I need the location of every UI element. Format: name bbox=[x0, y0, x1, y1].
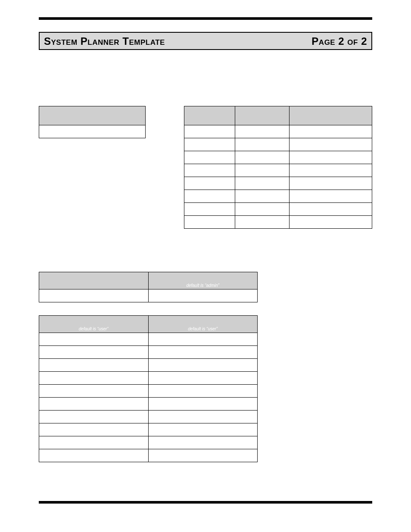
right-table bbox=[184, 106, 372, 229]
page-number: Page 2 of 2 bbox=[311, 35, 367, 47]
admin-table: default is “admin” bbox=[39, 272, 258, 302]
table-row bbox=[184, 216, 372, 229]
table-row bbox=[184, 138, 372, 151]
table-row bbox=[39, 289, 258, 302]
admin-header-1 bbox=[39, 272, 149, 289]
table-row bbox=[39, 398, 258, 411]
user-header-2-hint: default is “user” bbox=[149, 317, 258, 331]
table-row bbox=[39, 333, 258, 346]
user-table-container: default is “user” default is “user” bbox=[39, 315, 258, 462]
table-row bbox=[39, 372, 258, 385]
table-row bbox=[184, 164, 372, 177]
admin-table-container: default is “admin” bbox=[39, 272, 258, 302]
right-table-header-3 bbox=[290, 106, 372, 125]
user-header-1: default is “user” bbox=[39, 316, 149, 333]
user-table: default is “user” default is “user” bbox=[39, 315, 258, 462]
table-row bbox=[39, 411, 258, 423]
right-table-header-2 bbox=[235, 106, 289, 125]
table-row bbox=[39, 385, 258, 398]
table-row bbox=[184, 203, 372, 216]
table-row bbox=[184, 151, 372, 164]
small-table-container bbox=[39, 106, 146, 229]
user-header-1-hint: default is “user” bbox=[39, 317, 148, 331]
document-title: System Planner Template bbox=[44, 35, 165, 47]
table-row bbox=[39, 436, 258, 449]
table-row bbox=[39, 346, 258, 359]
table-row bbox=[184, 190, 372, 203]
table-row bbox=[184, 177, 372, 190]
small-table bbox=[39, 106, 146, 138]
admin-header-2-hint: default is “admin” bbox=[149, 274, 258, 288]
title-bar: System Planner Template Page 2 of 2 bbox=[39, 32, 372, 50]
small-table-header bbox=[39, 106, 146, 125]
bottom-rule bbox=[39, 501, 372, 504]
top-rule bbox=[39, 17, 372, 20]
document-page: System Planner Template Page 2 of 2 bbox=[0, 0, 411, 529]
table-row bbox=[184, 125, 372, 138]
table-row bbox=[39, 359, 258, 372]
right-table-container bbox=[184, 106, 372, 229]
user-header-2: default is “user” bbox=[148, 316, 258, 333]
table-row bbox=[39, 125, 146, 138]
right-table-header-1 bbox=[184, 106, 235, 125]
table-cell bbox=[39, 125, 146, 138]
admin-header-1-hint bbox=[39, 276, 148, 286]
table-row bbox=[39, 449, 258, 462]
admin-header-2: default is “admin” bbox=[148, 272, 258, 289]
table-row bbox=[39, 423, 258, 436]
tables-row-1 bbox=[39, 106, 372, 229]
